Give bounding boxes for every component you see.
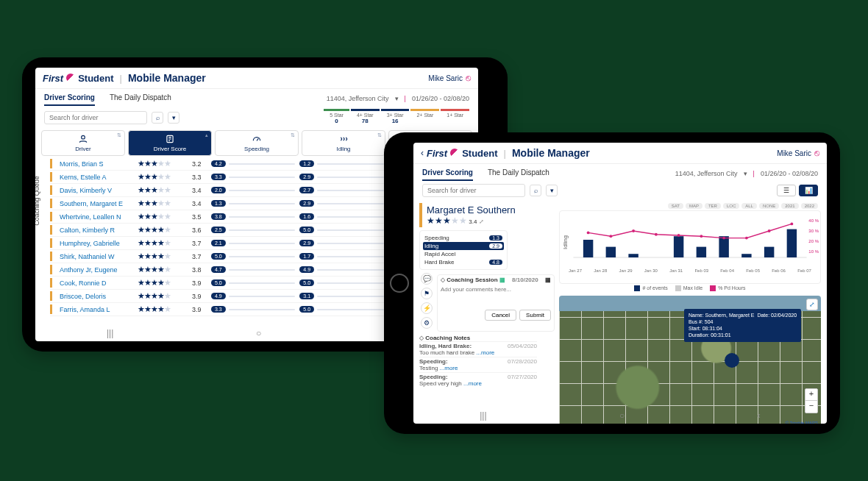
- range-tab[interactable]: ALL: [741, 203, 757, 209]
- svg-rect-10: [741, 254, 751, 257]
- calendar-icon[interactable]: ▦: [545, 277, 551, 283]
- range-tab[interactable]: TER: [705, 203, 721, 209]
- driver-name-link[interactable]: Kerns, Estelle A: [60, 174, 133, 181]
- metric-hard-brake[interactable]: Hard Brake4.8: [423, 258, 504, 266]
- app-header: First Student | Mobile Manager Mike Sari…: [35, 68, 478, 89]
- chart-legend: # of eventsMax Idle% Pd Hours: [559, 284, 821, 293]
- star-summary: 5 Star0 4+ Star78 3+ Star16 2+ Star 1+ S…: [324, 109, 469, 126]
- range-tab[interactable]: NONE: [759, 203, 779, 209]
- left-panel: Margaret E Southern ★★★★★ 3.4 ⤢ Speeding…: [419, 203, 555, 424]
- back-icon[interactable]: ‹: [421, 148, 424, 158]
- range-tab[interactable]: LOC: [723, 203, 739, 209]
- flag-icon[interactable]: ⚑: [421, 288, 433, 299]
- view-list-button[interactable]: ☰: [777, 185, 796, 196]
- driver-name-link[interactable]: Southern, Margaret E: [60, 200, 133, 207]
- metric-rapid-accel[interactable]: Rapid Accel: [423, 250, 504, 258]
- gear-icon[interactable]: ⚙: [421, 317, 433, 329]
- view-chart-button[interactable]: 📊: [799, 185, 818, 196]
- map-popout-icon[interactable]: ⤢: [806, 299, 818, 310]
- range-tab[interactable]: 2022: [801, 203, 818, 209]
- search-button[interactable]: ⌕: [530, 185, 541, 196]
- tab-driver-scoring[interactable]: Driver Scoring: [44, 90, 95, 106]
- stat-2star: 2+ Star: [410, 109, 439, 126]
- driver-name-link[interactable]: Cook, Ronnie D: [60, 279, 133, 287]
- location-selector[interactable]: 11404, Jefferson City ▾ | 01/26/20 - 02/…: [327, 90, 469, 106]
- chart-ylabel: Idling: [562, 235, 569, 249]
- logout-icon[interactable]: ⎋: [814, 148, 819, 158]
- brand-logo-icon: [66, 74, 75, 82]
- driver-name-link[interactable]: Calton, Kimberly R: [60, 227, 133, 234]
- metric-idling[interactable]: Idling2.9: [423, 242, 504, 250]
- brand-first: First: [43, 73, 63, 84]
- coaching-queue-label: Coaching Queue: [35, 176, 40, 226]
- driver-name-link[interactable]: Farris, Amanda L: [60, 306, 133, 313]
- session-date: 8/10/2020: [512, 277, 538, 283]
- svg-point-16: [655, 233, 658, 236]
- driver-name-link[interactable]: Whertvine, Leallen N: [60, 213, 133, 221]
- notes-title: Coaching Notes: [425, 335, 470, 341]
- nav-home-icon[interactable]: ○: [619, 410, 625, 421]
- filter-dropdown[interactable]: ▾: [546, 185, 558, 196]
- tablet-nav-buttons: ||| ○ ‹: [413, 410, 827, 421]
- stat-5star: 5 Star0: [324, 109, 349, 126]
- range-tab[interactable]: SAT: [668, 203, 683, 209]
- app-title: Mobile Manager: [128, 72, 206, 84]
- range-tab[interactable]: 2021: [781, 203, 798, 209]
- driver-name-link[interactable]: Anthony Jr, Eugene: [60, 266, 133, 274]
- nav-recent-icon[interactable]: |||: [480, 410, 486, 421]
- submit-button[interactable]: Submit: [519, 310, 551, 321]
- driver-name: Margaret E Southern: [427, 204, 550, 215]
- tablet-home-button[interactable]: [390, 274, 409, 293]
- metric-list: Speeding1.3Idling2.9Rapid AccelHard Brak…: [419, 230, 508, 270]
- nav-back-icon[interactable]: ‹: [758, 410, 761, 421]
- col-score[interactable]: ▴ Driver Score: [128, 130, 212, 156]
- tab-driver-scoring[interactable]: Driver Scoring: [422, 165, 473, 181]
- range-tab[interactable]: MAP: [686, 203, 702, 209]
- note-item[interactable]: Idling, Hard Brake:Too much hard brake .…: [419, 341, 537, 357]
- svg-rect-9: [719, 236, 728, 257]
- coaching-session-box: ◇ Coaching Session ▦ 8/10/2020 ▦ Cancel …: [437, 274, 555, 332]
- search-input[interactable]: [44, 111, 147, 124]
- svg-rect-12: [787, 229, 797, 257]
- location-selector[interactable]: 11404, Jefferson City▾ | 01/26/20 - 02/0…: [675, 165, 818, 181]
- zoom-in-button[interactable]: +: [805, 389, 817, 401]
- svg-point-15: [632, 229, 635, 232]
- search-button[interactable]: ⌕: [152, 112, 163, 124]
- driver-name-link[interactable]: Briscoe, Deloris: [60, 293, 133, 300]
- user-menu[interactable]: Mike Saric ⎋: [428, 73, 471, 83]
- comment-icon[interactable]: 💬: [421, 273, 433, 285]
- user-name: Mike Saric: [777, 149, 811, 157]
- nav-home-icon[interactable]: ○: [256, 328, 261, 338]
- filter-dropdown[interactable]: ▾: [168, 112, 179, 124]
- note-item[interactable]: Speeding:Testing ...more07/28/2020: [419, 357, 537, 372]
- tab-daily-dispatch[interactable]: The Daily Dispatch: [488, 165, 549, 181]
- col-idling[interactable]: ⇅ Idling: [302, 130, 385, 156]
- svg-point-21: [768, 229, 771, 232]
- driver-name-link[interactable]: Morris, Brian S: [60, 160, 133, 168]
- driver-name-link[interactable]: Humphrey, Gabrielle: [60, 240, 133, 247]
- comment-input[interactable]: [438, 285, 554, 307]
- map-event-marker[interactable]: [725, 353, 739, 368]
- brand-first: First: [427, 148, 447, 159]
- map-tooltip: Name: Southern, Margaret E Date: 02/04/2…: [684, 309, 801, 341]
- metric-speeding[interactable]: Speeding1.3: [423, 234, 504, 242]
- expand-icon[interactable]: ⤢: [479, 218, 484, 225]
- note-item[interactable]: Speeding:Speed very high ...more07/27/20…: [419, 372, 537, 388]
- driver-score: 3.4: [469, 218, 477, 225]
- coaching-notes: ◇ Coaching Notes Idling, Hard Brake:Too …: [419, 335, 537, 388]
- map-zoom: + −: [805, 388, 818, 413]
- tab-daily-dispatch[interactable]: The Daily Dispatch: [110, 90, 171, 106]
- search-input[interactable]: [422, 184, 525, 197]
- logout-icon[interactable]: ⎋: [466, 73, 471, 83]
- map[interactable]: ⤢ Name: Southern, Margaret E Date: 02/04…: [559, 296, 821, 424]
- col-speeding[interactable]: ⇅ Speeding: [215, 130, 299, 156]
- driver-name-link[interactable]: Shirk, Nathaniel W: [60, 253, 133, 260]
- col-driver[interactable]: ⇅ Driver: [41, 130, 125, 156]
- nav-recent-icon[interactable]: |||: [107, 328, 113, 338]
- bolt-icon[interactable]: ⚡: [421, 302, 433, 314]
- view-toggle: ☰ 📊: [777, 185, 818, 196]
- driver-name-link[interactable]: Davis, Kimberly V: [60, 187, 133, 194]
- svg-point-13: [587, 231, 590, 234]
- user-menu[interactable]: Mike Saric ⎋: [777, 148, 819, 158]
- cancel-button[interactable]: Cancel: [485, 310, 516, 321]
